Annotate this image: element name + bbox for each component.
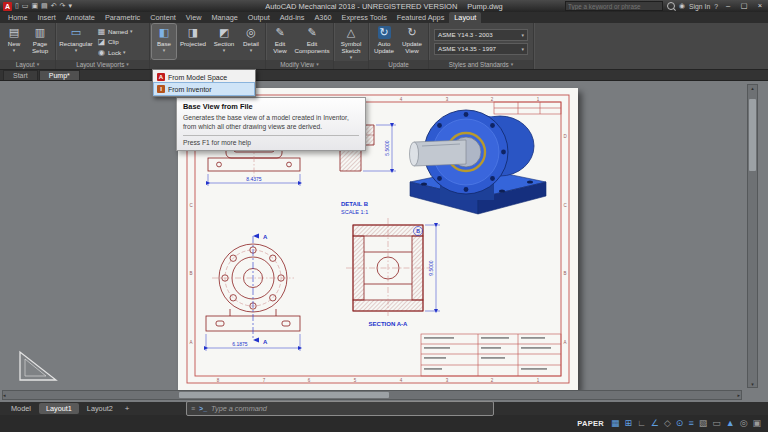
panel-label-styles-standards[interactable]: Styles and Standards▾ xyxy=(429,60,533,69)
projected-view-button[interactable]: ◨ Projected xyxy=(177,24,209,59)
new-icon[interactable]: ▯ xyxy=(15,0,19,12)
tab-addins[interactable]: Add-ins xyxy=(275,12,310,23)
clean-screen-icon[interactable]: ▣ xyxy=(752,419,761,428)
user-icon: ◉ xyxy=(679,2,685,10)
tab-layout[interactable]: Layout xyxy=(449,12,481,23)
panel-layout: ▤ New ▾ ▥ Page Setup Layout▾ xyxy=(0,23,56,69)
search-icon[interactable] xyxy=(667,2,675,10)
minimize-button[interactable]: – xyxy=(722,0,734,12)
panel-label-update[interactable]: Update xyxy=(369,60,428,69)
save-icon[interactable]: ▣ xyxy=(31,0,38,12)
lineweight-icon[interactable]: ≡ xyxy=(688,419,693,428)
edit-view-button[interactable]: ✎ Edit View xyxy=(268,24,292,59)
horizontal-scrollbar[interactable]: ◂ ▸ xyxy=(2,390,742,400)
grid-icon[interactable]: ▦ xyxy=(611,419,620,428)
dropdown-icon: ▾ xyxy=(223,48,226,53)
tab-parametric[interactable]: Parametric xyxy=(100,12,145,23)
vertical-scroll-thumb[interactable] xyxy=(749,99,756,171)
undo-icon[interactable]: ↶ xyxy=(51,0,57,12)
ortho-icon[interactable]: ∟ xyxy=(637,419,646,428)
sign-in-button[interactable]: Sign In xyxy=(689,3,710,10)
scroll-down-icon[interactable]: ▾ xyxy=(751,381,754,387)
maximize-button[interactable]: ▢ xyxy=(738,0,750,12)
isodraft-icon[interactable]: ◇ xyxy=(664,419,671,428)
edit-components-icon: ✎ xyxy=(306,26,319,39)
tab-a360[interactable]: A360 xyxy=(310,12,337,23)
symbol-sketch-button[interactable]: △ Symbol Sketch ▾ xyxy=(336,24,366,60)
tab-layout1[interactable]: Layout1 xyxy=(39,403,79,414)
inventor-icon: I xyxy=(157,85,165,93)
rectangular-viewport-button[interactable]: ▭ Rectangular ▾ xyxy=(58,24,94,59)
search-input[interactable] xyxy=(565,1,663,11)
named-viewport-button[interactable]: ▦ Named ▾ xyxy=(95,26,147,36)
new-layout-button[interactable]: ▤ New ▾ xyxy=(2,24,26,59)
svg-text:2: 2 xyxy=(491,378,494,383)
close-button[interactable]: × xyxy=(754,0,766,12)
lock-viewport-button[interactable]: ◉ Lock ▾ xyxy=(95,47,147,57)
annotation-scale-icon[interactable]: ▲ xyxy=(726,419,735,428)
tab-model[interactable]: Model xyxy=(4,403,38,414)
paper-space-toggle[interactable]: PAPER xyxy=(577,419,604,428)
new-layout-tab-button[interactable]: + xyxy=(121,404,134,413)
svg-text:A: A xyxy=(189,340,192,345)
panel-label-layout[interactable]: Layout▾ xyxy=(0,60,55,69)
redo-icon[interactable]: ↷ xyxy=(60,0,66,12)
menu-item-from-model-space[interactable]: A From Model Space xyxy=(154,71,254,83)
qat-dropdown-icon[interactable]: ▾ xyxy=(68,0,72,12)
tab-view[interactable]: View xyxy=(181,12,207,23)
tab-featured-apps[interactable]: Featured Apps xyxy=(392,12,449,23)
file-tab-pump[interactable]: Pump* xyxy=(39,70,80,80)
tab-content[interactable]: Content xyxy=(145,12,181,23)
update-view-button[interactable]: ↻ Update View xyxy=(398,24,426,59)
transparency-icon[interactable]: ▧ xyxy=(699,419,708,428)
panel-label-create-view[interactable] xyxy=(150,60,265,69)
scroll-right-icon[interactable]: ▸ xyxy=(737,392,740,398)
dim-section-height: 9.5000 xyxy=(428,260,434,276)
panel-label-layout-viewports[interactable]: Layout Viewports▾ xyxy=(56,60,149,69)
command-line[interactable]: ≡ >_ Type a command xyxy=(186,401,494,416)
tab-manage[interactable]: Manage xyxy=(206,12,242,23)
base-view-button[interactable]: ◧ Base ▾ xyxy=(152,24,176,59)
horizontal-scroll-thumb[interactable] xyxy=(179,392,389,398)
polar-tracking-icon[interactable]: ∠ xyxy=(651,419,659,428)
tab-layout2[interactable]: Layout2 xyxy=(80,403,120,414)
object-snap-icon[interactable]: ⊙ xyxy=(676,419,684,428)
panel-update: ↻ Auto Update ↻ Update View Update xyxy=(369,23,429,69)
tab-annotate[interactable]: Annotate xyxy=(61,12,100,23)
command-customize-icon[interactable]: ≡ xyxy=(191,405,195,412)
snap-icon[interactable]: ⊞ xyxy=(625,419,633,428)
edit-components-button[interactable]: ✎ Edit Components xyxy=(293,24,331,59)
tab-home[interactable]: Home xyxy=(3,12,32,23)
clip-viewport-button[interactable]: ◪ Clip xyxy=(95,37,147,47)
vertical-scrollbar[interactable]: ▴ ▾ xyxy=(747,84,758,388)
command-input-placeholder[interactable]: Type a command xyxy=(211,404,267,413)
panel-label-symbol-sketch[interactable] xyxy=(334,61,368,69)
page-setup-button[interactable]: ▥ Page Setup xyxy=(27,24,53,59)
scroll-left-icon[interactable]: ◂ xyxy=(3,392,6,398)
section-view-button[interactable]: ◩ Section ▾ xyxy=(210,24,238,59)
panel-symbol-sketch: △ Symbol Sketch ▾ xyxy=(334,23,369,69)
file-tab-start[interactable]: Start xyxy=(3,70,38,80)
svg-text:3: 3 xyxy=(446,97,449,102)
help-icon[interactable]: ? xyxy=(714,3,718,10)
tab-express-tools[interactable]: Express Tools xyxy=(337,12,392,23)
page-setup-icon: ▥ xyxy=(34,26,47,39)
drafting-standard-select[interactable]: ASME Y14.3 - 2003 ▾ xyxy=(434,29,528,41)
symbol-sketch-icon: △ xyxy=(345,26,358,39)
open-icon[interactable]: ▭ xyxy=(22,0,29,12)
dropdown-icon: ▾ xyxy=(130,28,133,34)
clip-icon: ◪ xyxy=(97,37,106,46)
panel-label-modify-view[interactable]: Modify View▾ xyxy=(266,60,333,69)
detail-view-button[interactable]: ◎ Detail ▾ xyxy=(239,24,263,59)
selection-cycling-icon[interactable]: ▭ xyxy=(712,419,721,428)
drawing-canvas[interactable]: 8 7 6 5 4 3 2 1 8 7 6 5 4 3 2 1 xyxy=(0,80,768,402)
workspace-icon[interactable]: ◎ xyxy=(740,419,748,428)
tab-insert[interactable]: Insert xyxy=(32,12,60,23)
auto-update-button[interactable]: ↻ Auto Update xyxy=(371,24,397,59)
revision-standard-select[interactable]: ASME Y14.35 - 1997 ▾ xyxy=(434,43,528,55)
app-logo[interactable]: A xyxy=(3,2,12,11)
plot-icon[interactable]: ▤ xyxy=(41,0,48,12)
tab-output[interactable]: Output xyxy=(243,12,275,23)
scroll-up-icon[interactable]: ▴ xyxy=(751,85,754,91)
menu-item-from-inventor[interactable]: I From Inventor xyxy=(154,83,254,95)
